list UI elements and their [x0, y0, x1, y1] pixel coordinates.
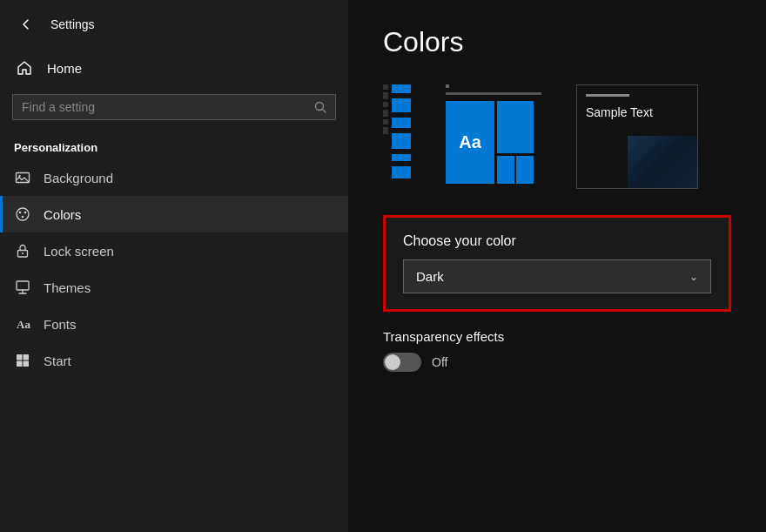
bar-thin-4	[383, 110, 388, 117]
main-content: Colors	[348, 0, 766, 532]
sample-text-box: Sample Text	[576, 84, 698, 189]
svg-point-3	[17, 208, 29, 220]
sidebar-item-start-label: Start	[44, 354, 71, 368]
sidebar-item-colors-label: Colors	[44, 207, 81, 222]
preview-bars	[383, 84, 411, 178]
chevron-down-icon: ⌄	[689, 271, 698, 283]
tile-preview: Aa	[446, 84, 541, 184]
transparency-section: Transparency effects Off	[383, 329, 731, 372]
transparency-label: Transparency effects	[383, 329, 731, 344]
brush-icon	[14, 279, 31, 296]
sidebar-item-lock-screen-label: Lock screen	[44, 244, 114, 259]
toggle-knob	[385, 354, 400, 370]
svg-rect-13	[17, 361, 23, 367]
tile-main: Aa	[446, 101, 494, 184]
bars-right	[392, 84, 411, 178]
svg-point-5	[24, 212, 27, 214]
svg-point-4	[19, 212, 22, 214]
page-title: Colors	[383, 26, 731, 58]
sidebar-item-colors[interactable]: Colors	[0, 196, 348, 232]
sidebar-item-start[interactable]: Start	[0, 342, 348, 379]
sidebar: Settings Home Personalization Background	[0, 0, 348, 532]
sidebar-item-themes-label: Themes	[44, 280, 91, 295]
dropdown-value: Dark	[416, 269, 444, 284]
home-label: Home	[47, 61, 82, 76]
svg-rect-9	[17, 281, 29, 290]
svg-point-6	[22, 216, 24, 219]
choose-color-section: Choose your color Dark ⌄	[383, 215, 731, 312]
bars-left	[383, 84, 388, 134]
choose-color-label: Choose your color	[403, 233, 711, 249]
tile-top-right	[497, 101, 534, 153]
home-icon	[14, 57, 35, 78]
sample-text-label: Sample Text	[586, 105, 689, 119]
search-box[interactable]	[12, 94, 336, 120]
bar-thin-5	[383, 119, 388, 125]
lock-icon	[14, 242, 31, 259]
tile-bar	[446, 92, 541, 95]
bar-thin-1	[383, 84, 388, 90]
tile-br-1	[497, 156, 514, 184]
section-label: Personalization	[0, 132, 348, 159]
search-icon	[314, 101, 326, 113]
font-icon: Aa	[14, 315, 31, 333]
bar-blue-1	[392, 84, 411, 93]
svg-text:Aa: Aa	[17, 318, 30, 331]
sidebar-item-background-label: Background	[44, 171, 113, 185]
sidebar-item-background[interactable]: Background	[0, 159, 348, 196]
tile-br-2	[516, 156, 534, 184]
tile-bottom-right	[497, 156, 534, 184]
sidebar-item-fonts-label: Fonts	[44, 317, 77, 332]
palette-icon	[14, 205, 31, 223]
bar-thin-6	[383, 127, 388, 134]
sidebar-item-fonts[interactable]: Aa Fonts	[0, 306, 348, 342]
bar-blue-6	[392, 166, 411, 178]
svg-rect-11	[17, 354, 23, 360]
transparency-toggle[interactable]	[383, 353, 421, 372]
svg-point-2	[18, 175, 20, 177]
sample-top-bar	[586, 94, 629, 97]
bar-blue-3	[392, 118, 411, 128]
sample-bg-image	[628, 136, 697, 188]
color-preview-area: Aa Sample Text	[383, 84, 731, 189]
svg-rect-12	[24, 354, 30, 360]
bar-blue-4	[392, 133, 411, 149]
tile-grid: Aa	[446, 101, 541, 184]
image-icon	[14, 169, 31, 186]
bar-thin-2	[383, 92, 388, 99]
search-input[interactable]	[22, 100, 307, 114]
toggle-off-label: Off	[432, 355, 447, 369]
tile-top-bar	[446, 84, 449, 88]
svg-rect-14	[24, 361, 30, 367]
sidebar-item-themes[interactable]: Themes	[0, 269, 348, 306]
svg-point-8	[22, 253, 24, 254]
sidebar-header: Settings	[0, 0, 348, 49]
sidebar-item-lock-screen[interactable]: Lock screen	[0, 232, 348, 269]
color-dropdown[interactable]: Dark ⌄	[403, 259, 711, 293]
bar-blue-2	[392, 98, 411, 112]
toggle-row: Off	[383, 353, 731, 372]
start-icon	[14, 352, 31, 369]
home-nav-item[interactable]: Home	[0, 49, 348, 87]
back-button[interactable]	[14, 12, 38, 37]
sidebar-title: Settings	[50, 17, 95, 31]
bar-blue-5	[392, 154, 411, 161]
bar-thin-3	[383, 102, 388, 107]
svg-point-0	[316, 103, 324, 111]
